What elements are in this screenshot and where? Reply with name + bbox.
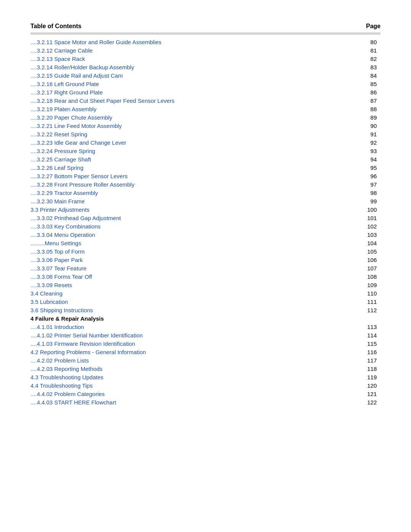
entry-page: 117 xyxy=(328,356,381,364)
entry-label: 3.6 Shipping Instructions xyxy=(30,306,328,314)
entry-page: 115 xyxy=(328,339,381,348)
entry-label: ....4.2.03 Reporting Methods xyxy=(30,364,328,373)
table-row: ....3.3.03 Key Combinations102 xyxy=(30,222,381,230)
entry-label: ....3.3.04 Menu Operation xyxy=(30,230,328,239)
table-row: ....3.2.25 Carriage Shaft94 xyxy=(30,155,381,163)
entry-page: 121 xyxy=(328,390,381,398)
entry-label: ....3.3.06 Paper Park xyxy=(30,256,328,264)
table-row: ....4.1.02 Printer Serial Number Identif… xyxy=(30,331,381,339)
entry-label: 3.4 Cleaning xyxy=(30,289,328,297)
table-row: ....4.1.01 Introduction113 xyxy=(30,323,381,331)
entry-page: 98 xyxy=(328,189,381,197)
entry-page: 103 xyxy=(328,230,381,239)
table-row: ....3.2.30 Main Frame99 xyxy=(30,197,381,205)
entry-label: ....3.2.27 Bottom Paper Sensor Levers xyxy=(30,172,328,180)
table-row: ....3.2.13 Space Rack82 xyxy=(30,54,381,63)
table-row: ....3.2.18 Rear and Cut Sheet Paper Feed… xyxy=(30,96,381,105)
entry-label: ....3.2.16 Left Ground Plate xyxy=(30,80,328,88)
entry-label: ....3.2.26 Leaf Spring xyxy=(30,163,328,172)
entry-label: ....3.2.14 Roller/Holder Backup Assembly xyxy=(30,63,328,71)
table-row: ....3.2.28 Front Pressure Roller Assembl… xyxy=(30,180,381,189)
entry-label: ....3.2.28 Front Pressure Roller Assembl… xyxy=(30,180,328,189)
entry-label: ....3.2.13 Space Rack xyxy=(30,54,328,63)
entry-page: 84 xyxy=(328,71,381,80)
table-row: ....3.2.14 Roller/Holder Backup Assembly… xyxy=(30,63,381,71)
table-row: 3.4 Cleaning110 xyxy=(30,289,381,297)
entry-page: 110 xyxy=(328,289,381,297)
entry-label: ....3.3.03 Key Combinations xyxy=(30,222,328,230)
entry-page: 118 xyxy=(328,364,381,373)
table-row: ....3.3.04 Menu Operation103 xyxy=(30,230,381,239)
entry-page: 85 xyxy=(328,80,381,88)
entry-page: 100 xyxy=(328,205,381,214)
table-row: ....3.2.23 Idle Gear and Change Lever92 xyxy=(30,138,381,147)
entry-label: ....3.2.19 Platen Assembly xyxy=(30,105,328,113)
entry-label: ....3.2.29 Tractor Assembly xyxy=(30,189,328,197)
entry-page: 99 xyxy=(328,197,381,205)
entry-page: 81 xyxy=(328,46,381,54)
table-row: ....3.2.17 Right Ground Plate86 xyxy=(30,88,381,96)
entry-page: 102 xyxy=(328,222,381,230)
entry-label: ....3.2.22 Reset Spring xyxy=(30,130,328,138)
entry-label: 4.2 Reporting Problems - General Informa… xyxy=(30,348,328,356)
table-row: 3.5 Lubrication111 xyxy=(30,297,381,306)
entry-page: 111 xyxy=(328,297,381,306)
entry-label: ....4.2.02 Problem Lists xyxy=(30,356,328,364)
table-row: ....3.2.19 Platen Assembly88 xyxy=(30,105,381,113)
table-row: ....3.3.07 Tear Feature107 xyxy=(30,264,381,272)
table-row: ....3.3.09 Resets109 xyxy=(30,281,381,289)
table-row: ....3.2.27 Bottom Paper Sensor Levers96 xyxy=(30,172,381,180)
table-row: ....3.3.08 Forms Tear Off108 xyxy=(30,272,381,281)
entry-page: 80 xyxy=(328,38,381,46)
table-row: ....3.2.22 Reset Spring91 xyxy=(30,130,381,138)
table-row: 4.4 Troubleshooting Tips120 xyxy=(30,381,381,390)
entry-label: ....3.2.11 Space Motor and Roller Guide … xyxy=(30,38,328,46)
entry-label: ....4.4.02 Problem Categories xyxy=(30,390,328,398)
entry-label: ....3.3.05 Top of Form xyxy=(30,247,328,256)
entry-label: ....4.1.02 Printer Serial Number Identif… xyxy=(30,331,328,339)
entry-page: 91 xyxy=(328,130,381,138)
table-row: ....3.3.05 Top of Form105 xyxy=(30,247,381,256)
table-row: ....4.1.03 Firmware Revision Identificat… xyxy=(30,339,381,348)
table-row: ....3.2.29 Tractor Assembly98 xyxy=(30,189,381,197)
entry-page: 96 xyxy=(328,172,381,180)
entry-label: .........Menu Settings xyxy=(30,239,328,247)
entry-label: ....3.2.18 Rear and Cut Sheet Paper Feed… xyxy=(30,96,328,105)
table-row: ....3.2.11 Space Motor and Roller Guide … xyxy=(30,38,381,46)
entry-page: 104 xyxy=(328,239,381,247)
table-row: 4 Failure & Repair Analysis xyxy=(30,314,381,323)
entry-page: 95 xyxy=(328,163,381,172)
entry-page: 92 xyxy=(328,138,381,147)
table-row: ....3.2.24 Pressure Spring93 xyxy=(30,147,381,155)
entry-page: 114 xyxy=(328,331,381,339)
entry-label: ....3.2.23 Idle Gear and Change Lever xyxy=(30,138,328,147)
entry-page: 107 xyxy=(328,264,381,272)
table-row: ....3.3.06 Paper Park106 xyxy=(30,256,381,264)
entry-page: 106 xyxy=(328,256,381,264)
entry-page: 112 xyxy=(328,306,381,314)
entry-page: 83 xyxy=(328,63,381,71)
entry-label: ....3.2.30 Main Frame xyxy=(30,197,328,205)
entry-page: 88 xyxy=(328,105,381,113)
entry-page: 93 xyxy=(328,147,381,155)
entry-page: 120 xyxy=(328,381,381,390)
entry-page: 86 xyxy=(328,88,381,96)
entry-label: ....3.2.20 Paper Chute Assembly xyxy=(30,113,328,121)
entry-page xyxy=(328,314,381,323)
entry-label: ....3.3.07 Tear Feature xyxy=(30,264,328,272)
entry-page: 105 xyxy=(328,247,381,256)
entry-label: ....3.2.25 Carriage Shaft xyxy=(30,155,328,163)
table-row: .........Menu Settings104 xyxy=(30,239,381,247)
entry-page: 97 xyxy=(328,180,381,189)
toc-header: Table of Contents Page xyxy=(30,23,381,34)
entry-label: 4.4 Troubleshooting Tips xyxy=(30,381,328,390)
entry-page: 87 xyxy=(328,96,381,105)
entry-page: 116 xyxy=(328,348,381,356)
toc-table: ....3.2.11 Space Motor and Roller Guide … xyxy=(30,38,381,406)
entry-page: 82 xyxy=(328,54,381,63)
table-row: 4.2 Reporting Problems - General Informa… xyxy=(30,348,381,356)
toc-divider xyxy=(30,34,381,35)
table-row: ....3.2.15 Guide Rail and Adjust Cam84 xyxy=(30,71,381,80)
table-row: ....3.2.20 Paper Chute Assembly89 xyxy=(30,113,381,121)
entry-label: 4.3 Troubleshooting Updates xyxy=(30,373,328,381)
